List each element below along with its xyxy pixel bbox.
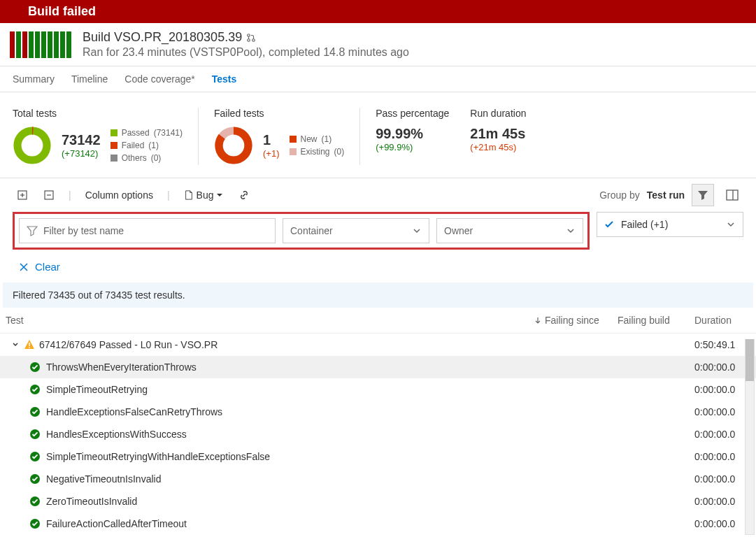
filters-row: Filter by test name Container Owner Fail…	[0, 212, 756, 255]
expand-all-button[interactable]	[13, 187, 32, 203]
funnel-icon	[27, 225, 38, 236]
check-icon	[604, 220, 614, 229]
svg-point-2	[252, 38, 255, 41]
scrollbar[interactable]	[745, 339, 755, 535]
run-duration-label: Run duration	[470, 108, 526, 119]
chevron-down-icon	[726, 220, 736, 229]
group-by-label: Group by	[599, 189, 640, 201]
pass-pct-delta: (+99.9%)	[376, 142, 449, 152]
status-dropdown[interactable]: Failed (+1)	[597, 212, 743, 237]
test-name: NegativeTimeoutnIsInvalid	[46, 473, 161, 485]
bar-icon	[66, 31, 71, 58]
col-test[interactable]: Test	[6, 315, 534, 326]
legend-others: Others (0)	[110, 153, 183, 163]
test-row[interactable]: FailureActionCalledAfterTimeout 0:00:00.…	[0, 513, 756, 535]
total-tests-donut-icon	[13, 126, 52, 165]
total-tests-delta: (+73142)	[62, 148, 101, 159]
group-title: 67412/67649 Passed - L0 Run - VSO.PR	[39, 339, 217, 350]
test-row[interactable]: HandleExceptionsFalseCanRetryThrows 0:00…	[0, 401, 756, 423]
container-dropdown[interactable]: Container	[283, 218, 429, 243]
build-subtitle: Ran for 23.4 minutes (VSTSP0Pool), compl…	[83, 46, 409, 59]
test-row[interactable]: NegativeTimeoutnIsInvalid 0:00:00.0	[0, 468, 756, 490]
filter-result-info: Filtered 73435 out of 73435 test results…	[3, 282, 753, 308]
pass-pct-label: Pass percentage	[376, 108, 449, 119]
test-name: HandlesExceptionsWithSuccess	[46, 429, 187, 440]
tab-timeline[interactable]: Timeline	[71, 73, 108, 85]
clear-filters-button[interactable]: Clear	[18, 261, 738, 273]
filter-highlight: Filter by test name Container Owner	[13, 212, 590, 250]
bar-icon	[41, 31, 46, 58]
bar-icon	[54, 31, 59, 58]
passed-icon	[29, 406, 41, 417]
toolbar: | Column options | Bug Group by Test run	[0, 178, 756, 212]
test-duration: 0:00:00.0	[694, 496, 750, 507]
test-name: SimpleTimeoutRetryingWithHandleException…	[46, 451, 270, 462]
test-row[interactable]: SimpleTimeoutRetrying 0:00:00.0	[0, 378, 756, 401]
test-row[interactable]: SimpleTimeoutRetryingWithHandleException…	[0, 445, 756, 468]
banner-title: Build failed	[28, 4, 96, 18]
column-options-button[interactable]: Column options	[81, 187, 157, 203]
col-failing-build[interactable]: Failing build	[618, 315, 694, 326]
tab-tests[interactable]: Tests	[212, 73, 237, 85]
chevron-down-icon	[216, 192, 223, 199]
passed-icon	[29, 429, 41, 440]
total-tests-label: Total tests	[13, 108, 183, 119]
passed-icon	[29, 384, 41, 395]
failed-tests-value: 1	[263, 132, 279, 148]
test-row[interactable]: ZeroTimeoutIsInvalid 0:00:00.0	[0, 490, 756, 513]
legend-passed: Passed (73141)	[110, 128, 183, 138]
details-pane-button[interactable]	[721, 184, 743, 206]
bar-icon	[16, 31, 21, 58]
passed-icon	[29, 518, 41, 529]
bug-doc-icon	[184, 190, 194, 200]
warning-icon	[24, 339, 35, 350]
link-icon	[238, 189, 250, 201]
status-banner: Build failed	[0, 0, 756, 23]
svg-rect-15	[29, 347, 30, 348]
tab-summary[interactable]: Summary	[13, 73, 55, 85]
pass-pct-value: 99.99%	[376, 126, 449, 142]
legend-existing: Existing (0)	[290, 147, 345, 157]
bar-icon	[22, 31, 27, 58]
layout-icon	[726, 189, 739, 201]
svg-rect-14	[29, 343, 30, 346]
test-duration: 0:00:00.0	[694, 384, 750, 395]
bar-icon	[10, 31, 15, 58]
passed-icon	[29, 473, 41, 485]
col-duration[interactable]: Duration	[694, 315, 750, 326]
collapse-all-button[interactable]	[39, 187, 59, 203]
owner-dropdown[interactable]: Owner	[436, 218, 583, 243]
filter-toggle-button[interactable]	[692, 184, 714, 206]
test-row[interactable]: ThrowsWhenEveryIterationThrows 0:00:00.0	[0, 356, 756, 378]
legend-failed: Failed (1)	[110, 141, 183, 150]
bar-icon	[35, 31, 40, 58]
test-name: FailureActionCalledAfterTimeout	[46, 518, 187, 529]
test-duration: 0:00:00.0	[694, 361, 750, 373]
test-duration: 0:00:00.0	[694, 518, 750, 529]
link-button[interactable]	[234, 187, 254, 203]
bar-icon	[29, 31, 34, 58]
passed-icon	[29, 496, 41, 507]
svg-rect-12	[727, 190, 738, 200]
filter-by-name-input[interactable]: Filter by test name	[19, 218, 276, 243]
test-group-row[interactable]: 67412/67649 Passed - L0 Run - VSO.PR 0:5…	[0, 334, 756, 356]
svg-point-3	[17, 131, 47, 160]
table-header: Test Failing since Failing build Duratio…	[0, 308, 756, 334]
chevron-down-icon	[11, 341, 20, 349]
test-duration: 0:00:00.0	[694, 473, 750, 485]
tabs: Summary Timeline Code coverage* Tests	[0, 66, 756, 92]
group-by-value[interactable]: Test run	[647, 189, 685, 201]
col-failing-since[interactable]: Failing since	[534, 315, 618, 326]
test-duration: 0:00:00.0	[694, 406, 750, 417]
passed-icon	[29, 361, 41, 373]
test-name: HandleExceptionsFalseCanRetryThrows	[46, 406, 222, 417]
test-duration: 0:00:00.0	[694, 451, 750, 462]
group-duration: 0:50:49.1	[694, 339, 750, 350]
test-row[interactable]: HandlesExceptionsWithSuccess 0:00:00.0	[0, 423, 756, 445]
arrow-down-icon	[534, 316, 542, 324]
filter-icon	[697, 189, 708, 201]
pull-request-icon	[246, 33, 256, 43]
test-name: ZeroTimeoutIsInvalid	[46, 496, 137, 507]
tab-code-coverage[interactable]: Code coverage*	[124, 73, 194, 85]
create-bug-button[interactable]: Bug	[180, 187, 228, 203]
